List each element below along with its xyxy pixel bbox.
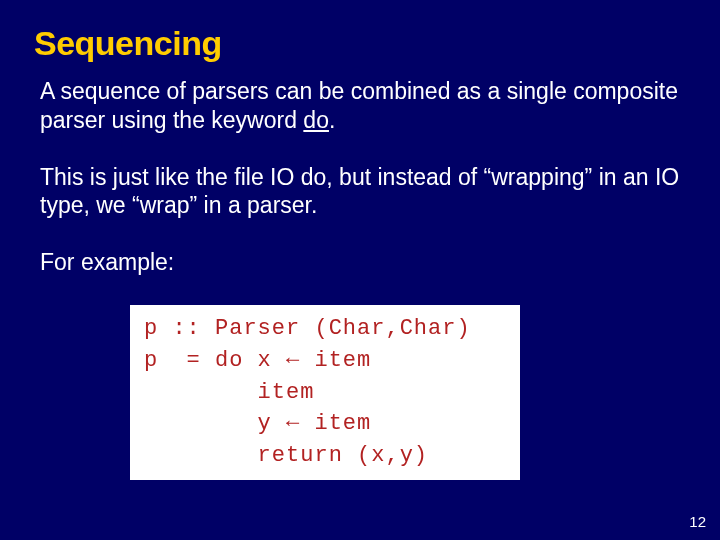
- slide-title: Sequencing: [34, 24, 680, 63]
- page-number: 12: [689, 513, 706, 530]
- slide: Sequencing A sequence of parsers can be …: [0, 0, 720, 540]
- p1-text-b: .: [329, 107, 335, 133]
- code-line-2: p = do x ← item: [144, 348, 371, 373]
- paragraph-2: This is just like the file IO do, but in…: [40, 163, 680, 221]
- code-block: p :: Parser (Char,Char) p = do x ← item …: [130, 305, 520, 480]
- code-line-5: return (x,y): [144, 443, 428, 468]
- paragraph-1: A sequence of parsers can be combined as…: [40, 77, 680, 135]
- code-line-3: item: [144, 380, 314, 405]
- code-line-4: y ← item: [144, 411, 371, 436]
- paragraph-3: For example:: [40, 248, 680, 277]
- p1-keyword-do: do: [303, 107, 329, 133]
- p1-text-a: A sequence of parsers can be combined as…: [40, 78, 678, 133]
- code-line-1: p :: Parser (Char,Char): [144, 316, 471, 341]
